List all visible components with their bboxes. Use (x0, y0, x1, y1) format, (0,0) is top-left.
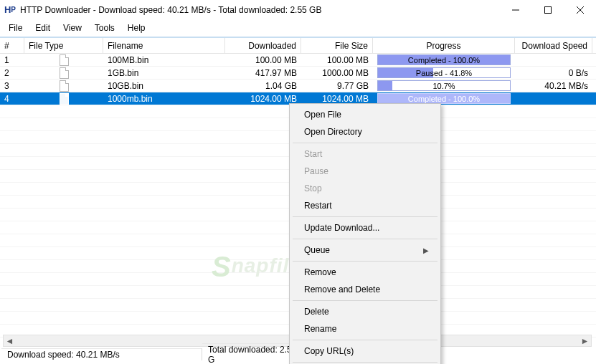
cell-speed: 40.21 MB/s (515, 80, 592, 92)
cm-separator (293, 239, 437, 239)
cm-start[interactable]: Start (291, 145, 439, 163)
cell-downloaded: 417.97 MB (225, 67, 301, 79)
column-headers: # File Type Filename Downloaded File Siz… (0, 38, 596, 54)
cell-progress: 10.7% (373, 80, 515, 92)
menu-file[interactable]: File (3, 21, 28, 34)
cm-pause[interactable]: Pause (291, 163, 439, 180)
col-progress[interactable]: Progress (373, 38, 515, 53)
cm-separator (293, 340, 437, 340)
cm-remove[interactable]: Remove (291, 264, 439, 281)
col-speed[interactable]: Download Speed (515, 38, 592, 53)
minimize-button[interactable] (499, 0, 531, 20)
cm-open-directory[interactable]: Open Directory (291, 123, 439, 140)
cm-separator (293, 216, 437, 217)
col-num[interactable]: # (0, 38, 24, 53)
titlebar: HP HTTP Downloader - Download speed: 40.… (0, 0, 596, 20)
menu-edit[interactable]: Edit (29, 21, 56, 34)
cm-open-file[interactable]: Open File (291, 106, 439, 123)
progress-bar: Completed - 100.0% (377, 54, 511, 65)
file-icon (60, 67, 69, 79)
col-downloaded[interactable]: Downloaded (225, 38, 301, 53)
cell-filename: 100MB.bin (103, 54, 225, 66)
cell-filename: 1000mb.bin (103, 92, 225, 105)
cell-progress: Completed - 100.0% (373, 54, 515, 66)
cell-downloaded: 1.04 GB (225, 80, 301, 92)
col-filetype[interactable]: File Type (24, 38, 103, 53)
app-icon: HP (4, 4, 16, 16)
menu-view[interactable]: View (57, 21, 87, 34)
cm-queue[interactable]: Queue▶ (291, 241, 439, 259)
cm-separator (293, 143, 437, 143)
chevron-right-icon: ▶ (423, 246, 429, 254)
col-filename[interactable]: Filename (103, 38, 225, 53)
cell-speed (515, 92, 592, 105)
menu-tools[interactable]: Tools (89, 21, 120, 34)
context-menu: Open File Open Directory Start Pause Sto… (289, 103, 441, 364)
cm-delete[interactable]: Delete (291, 303, 439, 320)
file-icon (60, 54, 69, 66)
cell-progress: Paused - 41.8% (373, 67, 515, 79)
table-row[interactable]: 21GB.bin417.97 MB1000.00 MBPaused - 41.8… (0, 67, 596, 80)
cell-num: 4 (0, 92, 24, 105)
cell-filetype (24, 92, 103, 105)
cm-remove-delete[interactable]: Remove and Delete (291, 281, 439, 298)
cell-filetype (24, 80, 103, 92)
file-icon (60, 80, 69, 92)
cell-speed: 0 B/s (515, 67, 592, 79)
progress-bar: Paused - 41.8% (377, 67, 511, 78)
cm-rename[interactable]: Rename (291, 320, 439, 337)
cell-filesize: 9.77 GB (301, 80, 373, 92)
cell-num: 3 (0, 80, 24, 92)
cm-update-download[interactable]: Update Download... (291, 219, 439, 236)
col-filesize[interactable]: File Size (301, 38, 373, 53)
close-button[interactable] (564, 0, 596, 20)
table-row[interactable]: 310GB.bin1.04 GB9.77 GB10.7%40.21 MB/s (0, 80, 596, 92)
cell-filename: 10GB.bin (103, 80, 225, 92)
cell-filename: 1GB.bin (103, 67, 225, 79)
cm-separator (293, 300, 437, 301)
file-icon (60, 93, 69, 105)
progress-bar: Completed - 100.0% (377, 93, 511, 104)
cell-filetype (24, 67, 103, 79)
menubar: File Edit View Tools Help (0, 20, 596, 38)
cell-filesize: 100.00 MB (301, 54, 373, 66)
cm-restart[interactable]: Restart (291, 197, 439, 214)
table-row[interactable]: 1100MB.bin100.00 MB100.00 MBCompleted - … (0, 54, 596, 67)
cell-num: 2 (0, 67, 24, 79)
cm-copy-urls[interactable]: Copy URL(s) (291, 343, 439, 360)
cell-filesize: 1000.00 MB (301, 67, 373, 79)
cell-num: 1 (0, 54, 24, 66)
progress-bar: 10.7% (377, 80, 511, 91)
window-title: HTTP Downloader - Download speed: 40.21 … (20, 5, 321, 15)
cm-stop[interactable]: Stop (291, 180, 439, 197)
scroll-left-icon[interactable]: ◄ (4, 335, 16, 346)
menu-help[interactable]: Help (122, 21, 151, 34)
cell-filetype (24, 54, 103, 66)
status-speed: Download speed: 40.21 MB/s (1, 348, 202, 360)
svg-rect-1 (544, 6, 551, 13)
cell-speed (515, 54, 592, 66)
cm-separator (293, 261, 437, 262)
maximize-button[interactable] (531, 0, 564, 20)
scroll-right-icon[interactable]: ► (579, 335, 591, 346)
cell-downloaded: 100.00 MB (225, 54, 301, 66)
cm-separator (293, 362, 437, 363)
